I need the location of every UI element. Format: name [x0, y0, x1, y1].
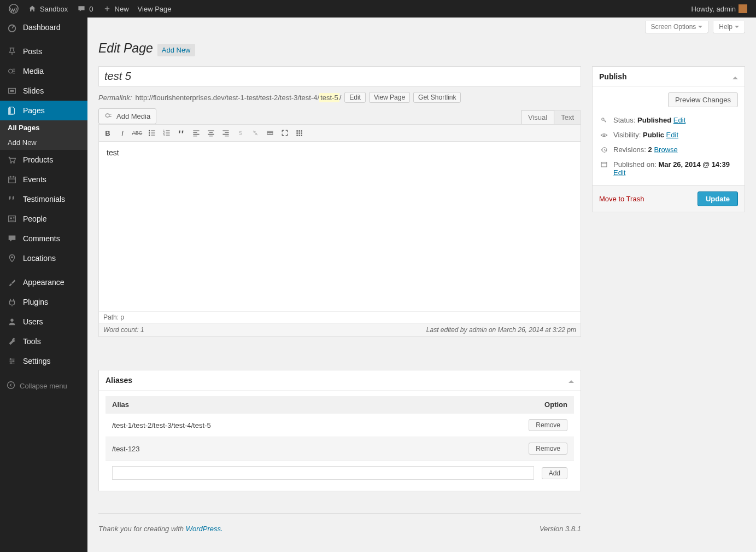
menu-dashboard[interactable]: Dashboard	[0, 18, 87, 37]
calendar-icon	[599, 160, 609, 168]
add-new-button[interactable]: Add New	[157, 44, 195, 56]
preview-changes-button[interactable]: Preview Changes	[668, 92, 738, 107]
menu-testimonials[interactable]: Testimonials	[0, 189, 87, 209]
menu-posts[interactable]: Posts	[0, 42, 87, 61]
submenu-all-pages[interactable]: All Pages	[0, 120, 87, 135]
blockquote-button[interactable]	[174, 126, 189, 140]
comments-link[interactable]: 0	[72, 0, 97, 18]
svg-rect-26	[296, 132, 297, 133]
fullscreen-button[interactable]	[278, 126, 292, 140]
menu-media[interactable]: Media	[0, 61, 87, 81]
ul-button[interactable]	[145, 126, 159, 140]
editor-toolbar: B I ABC 123	[99, 125, 581, 142]
collapse-icon[interactable]	[569, 377, 574, 383]
svg-point-12	[10, 358, 11, 360]
menu-products[interactable]: Products	[0, 150, 87, 170]
align-right-button[interactable]	[219, 126, 233, 140]
remove-alias-button[interactable]: Remove	[529, 443, 567, 455]
collapse-menu[interactable]: Collapse menu	[0, 375, 87, 397]
svg-rect-7	[9, 177, 16, 183]
screen-options-tab[interactable]: Screen Options	[645, 21, 709, 33]
align-center-button[interactable]	[204, 126, 218, 140]
link-button[interactable]	[233, 126, 248, 140]
unlink-button[interactable]	[248, 126, 262, 140]
add-alias-button[interactable]: Add	[542, 467, 567, 479]
menu-tools[interactable]: Tools	[0, 332, 87, 351]
slides-icon	[7, 85, 17, 96]
svg-point-13	[13, 361, 14, 362]
view-page-link[interactable]: View Page	[133, 0, 176, 18]
svg-rect-23	[296, 130, 297, 131]
italic-button[interactable]: I	[115, 126, 130, 140]
menu-comments[interactable]: Comments	[0, 229, 87, 248]
collapse-icon	[7, 381, 15, 391]
kitchen-sink-button[interactable]	[292, 126, 307, 140]
editor-path: Path: p	[99, 311, 581, 323]
media-icon	[7, 66, 17, 77]
publish-box: Publish Preview Changes Status: Publishe…	[592, 66, 745, 212]
menu-appearance[interactable]: Appearance	[0, 272, 87, 292]
site-name-link[interactable]: Sandbox	[23, 0, 72, 18]
admin-bar: Sandbox 0 New View Page Howdy, admin	[0, 0, 756, 18]
ol-button[interactable]: 123	[160, 126, 174, 140]
help-tab[interactable]: Help	[713, 21, 745, 33]
edit-date-link[interactable]: Edit	[613, 168, 625, 177]
collapse-icon[interactable]	[732, 74, 738, 79]
chevron-down-icon	[698, 26, 702, 30]
permalink-edit-button[interactable]: Edit	[344, 92, 366, 103]
media-icon	[104, 111, 113, 121]
editor-body[interactable]: test	[99, 142, 581, 311]
svg-rect-29	[296, 135, 297, 136]
new-content-link[interactable]: New	[98, 0, 133, 18]
menu-plugins[interactable]: Plugins	[0, 292, 87, 312]
edit-status-link[interactable]: Edit	[673, 116, 685, 124]
wordpress-icon	[9, 4, 19, 14]
svg-rect-31	[301, 135, 302, 136]
browse-revisions-link[interactable]: Browse	[654, 146, 677, 154]
wp-logo[interactable]	[4, 0, 23, 18]
menu-pages[interactable]: Pages	[0, 101, 87, 120]
alias-row: /test-1/test-2/test-3/test-4/test-5 Remo…	[106, 413, 574, 437]
home-icon	[27, 4, 37, 14]
plus-icon	[102, 4, 112, 14]
page-title: Edit Page	[98, 41, 153, 56]
strike-button[interactable]: ABC	[130, 126, 144, 140]
bold-button[interactable]: B	[101, 126, 115, 140]
post-title-input[interactable]	[98, 66, 581, 86]
add-media-button[interactable]: Add Media	[98, 108, 156, 124]
edit-visibility-link[interactable]: Edit	[666, 131, 678, 139]
menu-slides[interactable]: Slides	[0, 81, 87, 101]
quote-icon	[7, 194, 17, 205]
dashboard-icon	[7, 22, 17, 33]
get-shortlink-button[interactable]: Get Shortlink	[413, 92, 461, 103]
submenu-add-new[interactable]: Add New	[0, 135, 87, 150]
submenu-pages: All Pages Add New	[0, 120, 87, 150]
permalink-slug: test-5	[319, 93, 339, 102]
publish-title: Publish	[599, 72, 627, 81]
version-label: Version 3.8.1	[540, 525, 581, 533]
svg-rect-24	[298, 130, 300, 131]
view-page-button[interactable]: View Page	[369, 92, 410, 103]
menu-settings[interactable]: Settings	[0, 351, 87, 371]
text-tab[interactable]: Text	[554, 110, 581, 124]
aliases-title: Aliases	[106, 376, 132, 385]
svg-point-18	[149, 132, 150, 133]
wordpress-link[interactable]: WordPress.	[186, 525, 223, 533]
alias-add-row: Add	[106, 460, 574, 485]
menu-locations[interactable]: Locations	[0, 248, 87, 268]
update-button[interactable]: Update	[698, 191, 738, 206]
account-link[interactable]: Howdy, admin	[687, 0, 752, 18]
eye-icon	[599, 131, 609, 139]
menu-events[interactable]: Events	[0, 170, 87, 189]
visual-tab[interactable]: Visual	[521, 110, 554, 124]
menu-people[interactable]: People	[0, 209, 87, 229]
permalink-label: Permalink:	[98, 94, 132, 102]
more-button[interactable]	[263, 126, 277, 140]
move-to-trash-link[interactable]: Move to Trash	[599, 195, 644, 203]
remove-alias-button[interactable]: Remove	[529, 419, 567, 431]
tools-icon	[7, 336, 17, 347]
align-left-button[interactable]	[189, 126, 203, 140]
alias-input[interactable]	[112, 466, 534, 480]
svg-rect-25	[301, 130, 302, 131]
menu-users[interactable]: Users	[0, 312, 87, 332]
